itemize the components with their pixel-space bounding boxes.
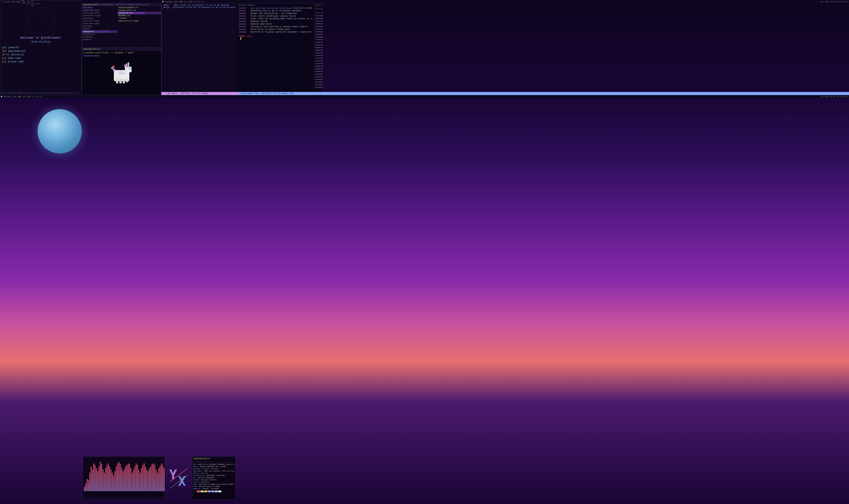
git-commit-row-4[interactable]: 5af93d2 ● Testing if auto-cpufreq is sys… [314, 25, 323, 28]
dir-selenized-dark-2[interactable]: selenized-dark [82, 12, 117, 14]
git-commit-hash-20: b080d10 [315, 68, 323, 70]
dir-starcraft[interactable]: starcraft-dark [82, 20, 117, 22]
file-license[interactable]: LICENSE [118, 17, 161, 20]
git-commit-row-11[interactable]: 5d67f18 ● Getting rid of some electron p… [314, 43, 323, 46]
git-commit-row-9[interactable]: c70694e ● Fix for nix parser on install.… [314, 38, 323, 41]
git-commit-hash-19: b00a278 [315, 65, 323, 67]
qute-label-closetab: [Close tab] [8, 60, 24, 63]
file-bg256[interactable]: background256.txt [118, 6, 161, 9]
git-commit-row-10[interactable]: bc31b5c ● Updated install notes Emmet 1 … [314, 41, 323, 43]
git-commit-hash-2: ff1c5f3 [315, 20, 323, 22]
svg-rect-10 [113, 69, 115, 71]
git-status-text-left: 1.8k magit: .dotfiles 32:0 All Magit [165, 92, 208, 95]
git-head-msg: Fixed all screenshots to be on gh backen… [180, 4, 229, 6]
git-commit-row-22[interactable]: 5a94da4 ● Updated system Emmet 2 weeks [314, 73, 323, 75]
git-commit-row-23[interactable]: 9e3ec36 ● Transitioned to flatpak obs fo… [314, 75, 323, 78]
viz-bar-item [96, 468, 97, 491]
qute-search[interactable]: [o] [Search] [2, 46, 80, 49]
taskbar-left-youtube[interactable]: Youtube [2, 1, 10, 3]
git-rc-6[interactable]: a950d60 Removed some bloat [238, 23, 312, 25]
git-rc-0[interactable]: dee0888 main gitea/main gitlab/main gith… [238, 7, 312, 10]
git-merge-header: Head: main Fixed all screenshots to be o… [162, 3, 237, 95]
git-rc-1[interactable]: ef0c50d Switching back to gh as screensh… [238, 10, 312, 12]
git-commit-row-7[interactable]: c3a4590 ● Extra detail on adding unstabl… [314, 33, 323, 36]
git-commit-row-18[interactable]: cefd230 ● Updated uwunicorn theme Emmet … [314, 62, 323, 65]
qute-key-newtab: [t] [2, 57, 8, 59]
viz-bar-item [117, 463, 118, 491]
git-commit-row-3[interactable]: 49956d6 ● Updated system Emmet 18 hours [314, 22, 323, 25]
git-commit-row-16[interactable]: e1c7253 ● I finally got agenda + syncthi… [314, 57, 323, 59]
file-yaml[interactable]: uwunicorn-yt.yaml [118, 20, 161, 22]
dir-ubuntu[interactable]: ubuntu [82, 28, 117, 30]
git-log-area: Commits in --branches --remotes f9c38b8 … [314, 3, 323, 95]
git-commit-hash-18: cefd230 [315, 62, 323, 65]
git-commit-row-2[interactable]: ff1c5f3 ● Fixes recent qutebrowser updat… [314, 20, 323, 22]
svg-rect-2 [116, 79, 118, 83]
dir-zenburn[interactable]: zenburn [82, 38, 117, 41]
svg-rect-7 [126, 64, 127, 68]
git-rc-5[interactable]: bbd2003 Updated system [238, 20, 312, 23]
bottom-wallpaper [0, 98, 849, 504]
git-commit-hash-3: 49956d6 [315, 23, 323, 25]
git-commit-row-15[interactable]: e011f28 ● Improved comment on agenda syn… [314, 54, 323, 57]
git-commit-row-8[interactable]: d0b130b ● Fixes qemu user session uefi E… [314, 36, 323, 38]
git-rc-8[interactable]: 2774c0c Extra lines to ensure flakes wor… [238, 28, 312, 31]
git-commit-row-1[interactable]: 4966f0d ● Ranger dnd optimization + qb f… [314, 17, 323, 20]
git-commit-row-27[interactable]: b3f3041 ● Fixes org agenda following roa… [314, 86, 323, 89]
qute-history[interactable]: [S h] [History] [2, 53, 80, 56]
git-rc-4[interactable]: 8700c8d Fixes flake not building when fl… [238, 17, 312, 20]
viz-bar-item [126, 465, 127, 491]
git-commit-hash-21: a560f50 [315, 71, 323, 72]
pokemon-user: emmet@snowfire: [83, 48, 101, 50]
dir-ald-hope[interactable]: ald-hope [82, 6, 117, 9]
git-statusbar-left: 1.8k magit: .dotfiles 32:0 All Magit [161, 92, 239, 95]
git-commit-row-5[interactable]: 2774c0c ● Extra lines to ensure flakes w… [314, 28, 323, 30]
sysinfo-title: emmet@snowfire [194, 457, 234, 460]
taskbar-right-bat: 59% [179, 1, 182, 3]
git-statusbar-right: 11k magit-log: .dotfiles 1:0 Top Magit L… [239, 92, 849, 95]
git-commit-row-19[interactable]: b00a278 ● Fixes for waybar and patched c… [314, 65, 323, 68]
viz-bar-item [109, 466, 110, 491]
git-commit-row-13[interactable]: c080d33 ● Cleaned up magit config Emmet … [314, 49, 323, 52]
viz-bar-item [105, 468, 106, 491]
dir-spaceduck[interactable]: spaceduck [82, 17, 117, 20]
git-todos: TODOs (14)_ ▋ [237, 34, 314, 41]
file-readme[interactable]: README.org [118, 14, 161, 17]
git-commit-row-24[interactable]: e4e563c ● Updated uwunicorn theme wallpa… [314, 78, 323, 81]
sysinfo-icons: Icons: alacritty [194, 481, 234, 483]
git-commit-hash-13: c080d33 [315, 49, 323, 51]
qute-closetab[interactable]: [x] [Close tab] [2, 60, 80, 64]
dir-uwunicorn[interactable]: uwunicorn [82, 30, 117, 33]
pokemon-sprite [107, 58, 136, 87]
git-commit-row-17[interactable]: df4eee8 ● 3d printing is cool Emmet 1 we… [314, 59, 323, 62]
git-commit-row-21[interactable]: a560f50 ● Trying some new power optimiza… [314, 70, 323, 73]
file-bg1[interactable]: background1.txt [118, 9, 161, 12]
viz-bar-item [114, 471, 115, 491]
git-log-header: Commits in --branches --remotes [314, 3, 323, 14]
git-commit-row-20[interactable]: b080d10 ● Updated pypland Emmet 2 weeks [314, 68, 323, 70]
git-commit-row-25[interactable]: b3c7d0d ● Updated system Emmet 3 weeks [314, 81, 323, 83]
taskbar-right-youtube[interactable]: Youtube [165, 1, 173, 3]
file-polarity[interactable]: polarity.txt [118, 12, 161, 14]
dir-twilight[interactable]: twilight [82, 25, 117, 28]
git-commit-row-26[interactable]: d37f396 ● Fixes youtube hyprprofile Emme… [314, 83, 323, 86]
bottom-tb-youtube[interactable]: Youtube [3, 96, 11, 98]
dir-selenized-dark-1[interactable]: selenized-dark [82, 9, 117, 12]
git-commit-row-0[interactable]: f9c38b8 ● main Fixed all screenshots to … [314, 14, 323, 17]
git-commit-row-14[interactable]: 79af21c ● Added magit-todos Emmet 1 week [314, 52, 323, 54]
qute-newtab[interactable]: [t] [New tab] [2, 56, 80, 60]
dir-selenized-light[interactable]: selenized-light [82, 14, 117, 17]
qute-quickmarks[interactable]: [b] [Quickmarks] [2, 49, 80, 53]
git-commit-row-6[interactable]: a265da0 ● Reverted to original uwunicorn… [314, 30, 323, 33]
dir-woodland[interactable]: woodland [82, 36, 117, 38]
git-rc-2[interactable]: 498d0f6 Ranger dnd optimization + qb fil… [238, 12, 312, 15]
git-commit-hash-27: b3f3041 [315, 86, 323, 88]
dir-tomorrow[interactable]: tomorrow-night [82, 22, 117, 25]
git-rc-9[interactable]: a265da0 Reverted to original uwunicorn w… [238, 31, 312, 33]
qute-subtitle: Tech Profile [2, 40, 80, 43]
git-rc-7[interactable]: 953f3d2 Testing if auto-cpufreq is syste… [238, 25, 312, 28]
git-rc-3[interactable]: 4460fb9 Fixes recent qutebrowser update … [238, 15, 312, 17]
git-commit-row-12[interactable]: 5a6b673 ● Pinned embark and reorganized … [314, 46, 323, 49]
dir-windows95[interactable]: windows-95 [82, 33, 117, 36]
sysinfo-pkgs: Packages: 1301 (nix-system), 2782 (nix-u… [194, 470, 234, 472]
